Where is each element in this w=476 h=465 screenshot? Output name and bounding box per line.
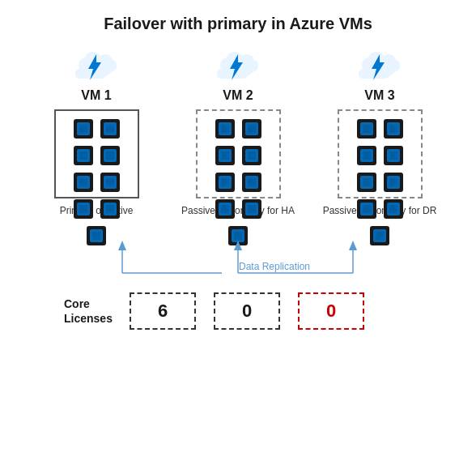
svg-rect-74 [389, 178, 397, 186]
svg-rect-80 [389, 205, 397, 213]
svg-rect-59 [363, 125, 371, 133]
chip [99, 171, 121, 194]
vm2-box [196, 109, 281, 198]
vm3-box [338, 109, 423, 198]
azure-cloud-icon-vm1 [72, 48, 121, 83]
vm1-box [54, 109, 139, 198]
chip [355, 171, 378, 194]
licenses-label: CoreLicenses [64, 296, 117, 326]
svg-rect-31 [221, 125, 229, 133]
license-value-3: 0 [298, 292, 364, 330]
svg-marker-90 [349, 241, 357, 250]
svg-rect-18 [106, 178, 114, 186]
chip [214, 198, 236, 220]
svg-rect-49 [221, 205, 229, 213]
chip [240, 144, 263, 167]
page-title: Failover with primary in Azure VMs [104, 15, 372, 33]
vm2-column: VM 2 Passive Secondary for HA [180, 48, 297, 237]
chip [99, 117, 121, 140]
svg-rect-34 [248, 125, 256, 133]
svg-rect-6 [106, 125, 114, 133]
svg-rect-62 [389, 125, 397, 133]
chip [240, 198, 263, 220]
svg-rect-52 [248, 205, 256, 213]
chip [240, 171, 263, 194]
svg-rect-65 [363, 151, 371, 160]
vm3-label: VM 3 [364, 88, 394, 103]
svg-rect-3 [79, 125, 87, 133]
svg-rect-24 [106, 205, 114, 213]
svg-rect-9 [79, 151, 87, 160]
chip [72, 171, 95, 194]
svg-rect-40 [248, 151, 256, 160]
arrows-svg: Data Replication [64, 239, 412, 281]
svg-rect-37 [221, 151, 229, 160]
license-value-2: 0 [214, 292, 280, 330]
chip [240, 117, 263, 140]
svg-text:Data Replication: Data Replication [239, 261, 310, 272]
svg-rect-12 [106, 151, 114, 160]
chip [214, 171, 236, 194]
vm1-column: VM 1 Primary or Active [38, 48, 155, 237]
vms-row: VM 1 Primary or Active VM 2 [38, 48, 439, 237]
license-value-1: 6 [130, 292, 196, 330]
chip [99, 144, 121, 167]
vm3-column: VM 3 Passive Secondary for DR [321, 48, 439, 237]
chip [214, 117, 236, 140]
chip [355, 117, 378, 140]
svg-rect-68 [389, 151, 397, 160]
chip [214, 144, 236, 167]
chip [382, 171, 405, 194]
svg-rect-77 [363, 205, 371, 213]
svg-rect-46 [248, 178, 256, 186]
svg-rect-71 [363, 178, 371, 186]
chip [72, 198, 95, 220]
arrows-section: Data Replication [64, 239, 412, 281]
chip [355, 198, 378, 220]
azure-cloud-icon-vm2 [214, 48, 262, 83]
svg-rect-21 [79, 205, 87, 213]
chip [382, 198, 405, 220]
chip [72, 144, 95, 167]
svg-rect-15 [79, 178, 87, 186]
chip [72, 117, 95, 140]
chip [99, 198, 121, 220]
page-container: Failover with primary in Azure VMs VM 1 [0, 0, 476, 465]
azure-cloud-icon-vm3 [355, 48, 404, 83]
svg-rect-43 [221, 178, 229, 186]
svg-marker-88 [234, 241, 242, 250]
chip [355, 144, 378, 167]
licenses-row: CoreLicenses 6 0 0 [64, 292, 412, 330]
chip [382, 144, 405, 167]
vm1-label: VM 1 [81, 88, 111, 103]
svg-marker-86 [118, 241, 126, 250]
chip [382, 117, 405, 140]
vm2-label: VM 2 [223, 88, 253, 103]
